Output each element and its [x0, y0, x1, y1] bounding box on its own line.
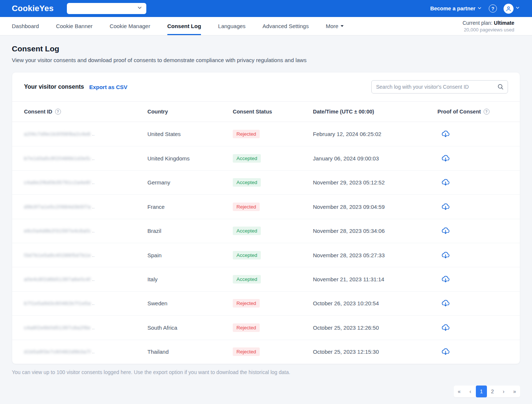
nav-item-dashboard[interactable]: Dashboard: [12, 17, 39, 35]
nav-item-more[interactable]: More: [326, 17, 344, 35]
col-consent-id: Consent ID ?: [24, 109, 147, 115]
nav-item-cookie-manager[interactable]: Cookie Manager: [110, 17, 150, 35]
consent-id-cell: a0e4c8f2d6b51397a6e0c4f8d2 ..: [24, 276, 147, 282]
status-cell: Accepted: [233, 154, 313, 163]
cloud-download-icon: [441, 129, 450, 138]
download-proof-button[interactable]: [440, 129, 451, 139]
cloud-download-icon: [441, 347, 450, 356]
consent-id-ellipsis: ..: [92, 301, 95, 306]
consent-id-ellipsis: ..: [92, 276, 95, 282]
pagination-page-2[interactable]: 2: [487, 386, 498, 397]
plan-value: Ultimate: [494, 20, 514, 26]
consent-id-help-icon[interactable]: ?: [55, 109, 61, 115]
chevron-down-icon: [477, 6, 482, 12]
chevron-down-icon: [515, 5, 520, 12]
consent-id-cell: c4a8e2f6d0b35791c2a4e6f8d0 ..: [24, 180, 147, 185]
consent-id-masked: c4a8e2f6d0b35791c2a4e6f8d0: [24, 180, 91, 185]
download-proof-button[interactable]: [440, 250, 451, 260]
country-cell: Germany: [147, 179, 233, 186]
download-proof-button[interactable]: [440, 322, 451, 333]
consent-id-cell: d9b3f7a1e5c20684d3b5f7a1e5 ..: [24, 204, 147, 210]
cloud-download-icon: [441, 154, 450, 163]
consent-id-masked: d9b3f7a1e5c20684d3b5f7a1e5: [24, 204, 91, 210]
cloud-download-icon: [441, 251, 450, 259]
plan-usage: 20,000 pageviews used: [463, 27, 514, 33]
datetime-cell: November 29, 2023 05:12:52: [313, 179, 437, 186]
datetime-cell: October 25, 2023 12:15:30: [313, 349, 437, 355]
become-partner-link[interactable]: Become a partner: [430, 6, 482, 12]
status-badge: Accepted: [233, 275, 261, 284]
log-limit-note: You can view up to 100 visitor consents …: [12, 369, 520, 375]
pagination-prev-button[interactable]: ‹: [465, 386, 476, 397]
account-menu[interactable]: [504, 4, 520, 14]
col-consent-status: Consent Status: [233, 109, 313, 115]
consent-id-masked: c4a8f2e6b0d51397c8a2f6e0b4: [24, 325, 91, 330]
consent-id-ellipsis: ..: [92, 131, 95, 137]
col-proof: Proof of Consent ?: [437, 109, 508, 115]
domain-select[interactable]: [67, 3, 146, 14]
download-proof-button[interactable]: [440, 298, 451, 308]
download-proof-button[interactable]: [440, 201, 451, 212]
help-icon[interactable]: ?: [489, 4, 497, 13]
search-icon[interactable]: [497, 83, 504, 92]
status-badge: Rejected: [233, 299, 260, 308]
download-proof-button[interactable]: [440, 225, 451, 236]
nav-items: Dashboard Cookie Banner Cookie Manager C…: [12, 17, 344, 35]
proof-cell: [437, 274, 508, 285]
status-cell: Accepted: [233, 178, 313, 187]
proof-cell: [437, 298, 508, 309]
nav-item-languages[interactable]: Languages: [218, 17, 245, 35]
become-partner-label: Become a partner: [430, 6, 476, 11]
datetime-cell: November 28, 2023 09:04:59: [313, 204, 437, 210]
pagination-next-button[interactable]: ›: [498, 386, 509, 397]
nav-item-cookie-banner[interactable]: Cookie Banner: [56, 17, 92, 35]
proof-cell: [437, 153, 508, 164]
col-country: Country: [147, 109, 233, 115]
consent-id-masked: b7e1d3a5c9f20486b1d3e5a7c9: [24, 156, 91, 161]
download-proof-button[interactable]: [440, 153, 451, 163]
table-header: Consent ID ? Country Consent Status Date…: [12, 101, 520, 122]
consent-id-ellipsis: ..: [92, 252, 95, 258]
pagination-first-button[interactable]: «: [454, 386, 465, 397]
status-badge: Rejected: [233, 323, 260, 332]
country-cell: Sweden: [147, 300, 233, 306]
proof-cell: [437, 250, 508, 261]
status-cell: Rejected: [233, 203, 313, 211]
cloud-download-icon: [441, 202, 450, 211]
status-cell: Rejected: [233, 347, 313, 356]
search-wrap: [371, 80, 508, 94]
download-proof-button[interactable]: [440, 346, 451, 357]
cloud-download-icon: [441, 226, 450, 235]
consent-id-masked: a2f4c7d9e1b3056f8a2c4e6d9b: [24, 131, 91, 137]
status-cell: Accepted: [233, 251, 313, 259]
country-cell: United Kingdoms: [147, 155, 233, 162]
download-proof-button[interactable]: [440, 177, 451, 187]
proof-cell: [437, 346, 508, 357]
proof-cell: [437, 201, 508, 212]
proof-help-icon[interactable]: ?: [484, 109, 490, 115]
consent-id-ellipsis: ..: [92, 228, 95, 234]
consent-id-cell: f3d7b1e5a9c40286f5d7b1e5a9 ..: [24, 252, 147, 258]
status-cell: Accepted: [233, 227, 313, 235]
table-row: f3d7b1e5a9c40286f5d7b1e5a9 .. Spain Acce…: [12, 243, 520, 267]
consent-id-ellipsis: ..: [92, 325, 95, 330]
search-input[interactable]: [371, 80, 508, 94]
consent-id-ellipsis: ..: [92, 180, 95, 185]
chevron-down-icon: [137, 5, 143, 12]
download-proof-button[interactable]: [440, 274, 451, 284]
datetime-cell: November 21, 2023 11:31:14: [313, 276, 437, 282]
table-row: d9b3f7a1e5c20684d3b5f7a1e5 .. France Rej…: [12, 194, 520, 218]
table-row: d1b5a9f3e7c60482d9b3a7f1e5 .. Thailand R…: [12, 340, 520, 364]
pagination-last-button[interactable]: »: [509, 386, 520, 397]
cloud-download-icon: [441, 299, 450, 308]
nav-item-consent-log[interactable]: Consent Log: [167, 17, 201, 35]
datetime-cell: November 28, 2023 05:34:06: [313, 228, 437, 234]
proof-cell: [437, 129, 508, 139]
proof-cell: [437, 177, 508, 188]
nav-item-advanced-settings[interactable]: Advanced Settings: [263, 17, 309, 35]
consent-id-ellipsis: ..: [92, 204, 95, 210]
consent-id-masked: d1b5a9f3e7c60482d9b3a7f1e5: [24, 349, 91, 354]
consent-id-masked: f3d7b1e5a9c40286f5d7b1e5a9: [24, 252, 91, 258]
export-csv-link[interactable]: Export as CSV: [89, 84, 127, 90]
pagination-page-1[interactable]: 1: [476, 386, 487, 397]
